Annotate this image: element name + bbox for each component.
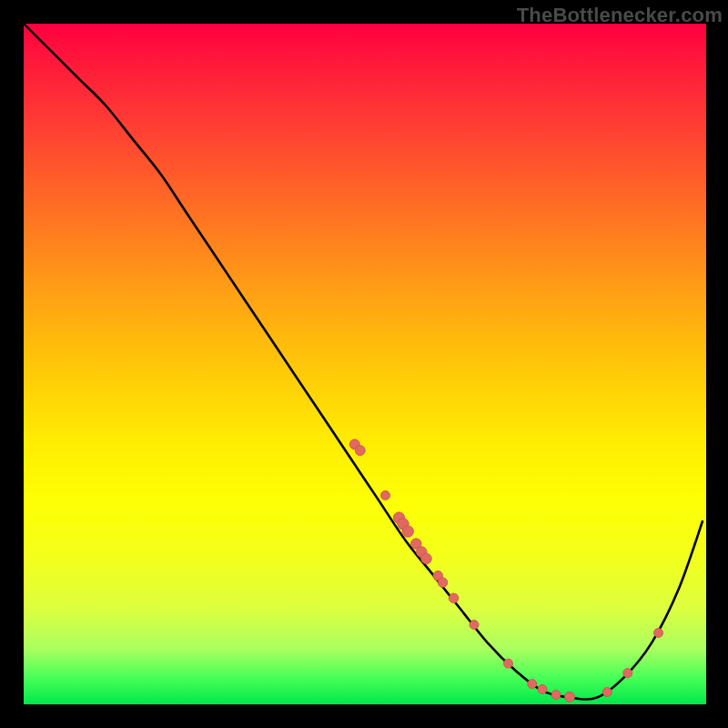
curve-marker — [421, 553, 432, 564]
curve-markers-group — [349, 440, 662, 703]
curve-marker — [528, 680, 537, 689]
curve-marker — [504, 659, 513, 668]
chart-stage: TheBottlenecker.com — [0, 0, 728, 728]
curve-marker — [470, 620, 479, 629]
curve-marker — [538, 685, 547, 694]
curve-marker — [551, 691, 561, 700]
curve-marker — [355, 445, 365, 455]
watermark-text: TheBottlenecker.com — [517, 4, 723, 27]
curve-marker — [565, 692, 575, 702]
curve-marker — [602, 688, 612, 697]
curve-marker — [402, 526, 413, 537]
curve-marker — [449, 593, 459, 603]
bottleneck-curve — [24, 24, 703, 699]
curve-marker — [381, 490, 390, 500]
curve-svg — [24, 24, 706, 704]
plot-area — [24, 24, 706, 704]
curve-marker — [623, 669, 632, 678]
curve-marker — [654, 628, 663, 637]
curve-marker — [438, 578, 448, 588]
